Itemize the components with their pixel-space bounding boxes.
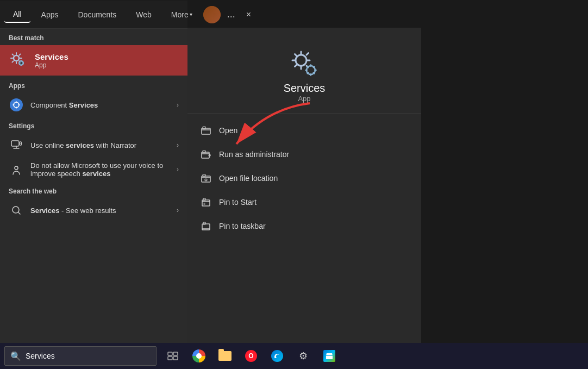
tab-apps[interactable]: Apps [33,7,67,22]
chevron-right-icon: › [177,101,179,109]
narrator-icon [9,137,24,153]
svg-rect-22 [168,357,172,360]
avatar[interactable] [203,6,221,23]
open-icon [201,125,211,136]
files-icon [218,351,232,361]
component-services-text: Component Services [30,101,170,109]
task-view-button[interactable] [161,344,185,368]
web-section: Search the web Services - See web result… [0,182,187,222]
files-taskbar-button[interactable] [213,344,237,368]
taskbar-search-input[interactable] [26,352,151,360]
services-gear-icon [286,45,323,82]
run-as-admin-icon [201,149,211,160]
run-as-admin-action[interactable]: Run as administrator [187,142,421,166]
opera-taskbar-button[interactable]: O [239,344,263,368]
right-panel-header: Services App [187,28,421,114]
pin-to-taskbar-action[interactable]: Pin to taskbar [187,214,421,238]
best-match-item[interactable]: Services App [0,45,187,76]
search-web-icon [9,203,24,218]
taskbar-icons-group: O ⚙ [161,344,341,368]
web-search-item[interactable]: Services - See web results › [0,198,187,222]
best-match-label: Best match [0,29,187,45]
start-menu: All Apps Documents Web More ▾ ... × Bes [0,1,187,343]
svg-rect-21 [173,352,178,355]
tab-documents[interactable]: Documents [69,7,125,22]
chevron-right-icon-2: › [177,141,179,149]
chevron-down-icon: ▾ [190,11,192,17]
edge-taskbar-button[interactable] [265,344,289,368]
opera-icon: O [245,350,257,362]
open-file-location-action[interactable]: Open file location [187,166,421,190]
svg-rect-10 [202,152,209,158]
nav-tabs: All Apps Documents Web More ▾ ... × [0,1,187,29]
taskbar-search-icon: 🔍 [10,351,21,361]
svg-rect-15 [202,200,210,206]
store-taskbar-button[interactable] [317,344,341,368]
store-icon [323,350,335,362]
edge-icon [271,350,283,362]
narrator-settings-text: Use online services with Narrator [30,141,170,149]
web-section-label: Search the web [0,182,187,198]
chrome-taskbar-button[interactable] [187,344,211,368]
chevron-right-icon-4: › [177,207,179,214]
chrome-icon [192,349,205,362]
component-services-item[interactable]: Component Services › [0,93,187,117]
settings-section-label: Settings [0,117,187,133]
taskbar: 🔍 O [0,343,588,369]
svg-point-14 [205,179,207,181]
best-match-text: Services App [35,52,68,69]
svg-rect-23 [173,357,178,360]
best-match-title: Services [35,52,68,61]
svg-point-4 [15,166,18,170]
apps-section: Apps Component Services › [0,77,187,117]
right-panel-actions: Open Run as administrator [187,114,421,242]
pin-taskbar-icon [201,221,211,232]
settings-gear-icon: ⚙ [297,350,309,362]
tab-more[interactable]: More ▾ [162,7,201,22]
narrator-settings-item[interactable]: Use online services with Narrator › [0,133,187,157]
apps-section-label: Apps [0,77,187,93]
close-button[interactable]: × [242,7,255,23]
options-dots-button[interactable]: ... [223,5,240,23]
taskbar-search-box[interactable]: 🔍 [4,346,157,366]
svg-rect-20 [168,352,172,355]
web-search-text: Services - See web results [30,207,170,215]
pin-to-start-action[interactable]: Pin to Start [187,190,421,214]
right-panel-subtitle: App [298,95,310,103]
services-app-icon [9,51,28,70]
settings-section: Settings Use online services with Narrat… [0,117,187,182]
svg-rect-8 [202,128,210,134]
open-action[interactable]: Open [187,118,421,142]
pin-start-icon [201,197,211,208]
speech-settings-text: Do not allow Microsoft to use your voice… [30,161,170,178]
file-location-icon [201,173,211,184]
speech-settings-item[interactable]: Do not allow Microsoft to use your voice… [0,157,187,182]
svg-point-0 [14,55,19,61]
svg-rect-3 [11,141,19,146]
best-match-subtitle: App [35,61,68,69]
right-panel-title: Services [284,82,326,95]
speech-icon [9,162,24,177]
tab-web[interactable]: Web [127,7,160,22]
chevron-right-icon-3: › [177,166,179,173]
right-panel: Services App Open R [187,28,421,343]
tab-all[interactable]: All [4,7,30,23]
settings-taskbar-button[interactable]: ⚙ [291,344,315,368]
component-services-icon [9,97,24,112]
